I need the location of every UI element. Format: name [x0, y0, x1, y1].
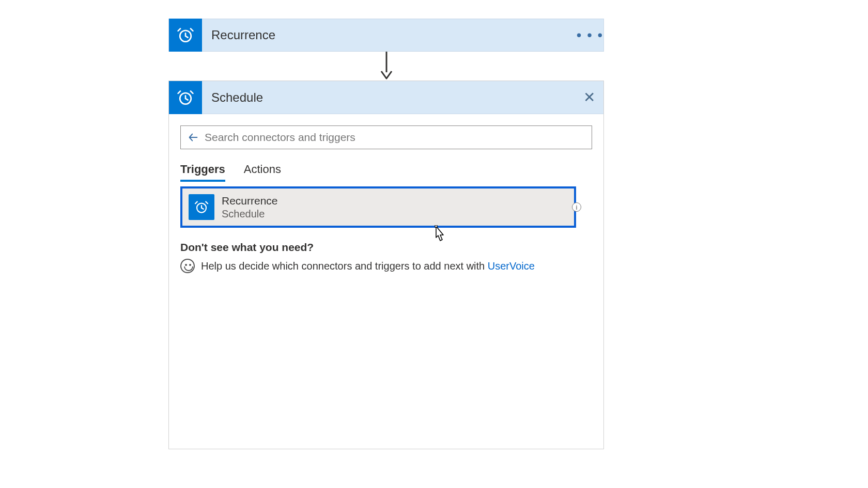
back-arrow-icon[interactable] [186, 130, 200, 145]
info-icon[interactable]: i [572, 202, 581, 212]
uservoice-link[interactable]: UserVoice [488, 260, 535, 272]
help-text: Help us decide which connectors and trig… [201, 260, 535, 272]
connector-panel: Schedule ✕ Triggers Actions [168, 81, 604, 449]
tab-triggers[interactable]: Triggers [180, 159, 225, 181]
more-menu-button[interactable]: • • • [577, 27, 603, 43]
smile-icon [180, 259, 195, 273]
flow-connector-arrow [168, 52, 604, 81]
close-button[interactable]: ✕ [583, 90, 595, 105]
help-heading: Don't see what you need? [180, 241, 592, 254]
clock-icon [169, 81, 202, 114]
step-card-recurrence[interactable]: Recurrence • • • [168, 19, 604, 52]
result-subtitle: Schedule [222, 208, 278, 220]
result-title: Recurrence [222, 194, 278, 207]
panel-header: Schedule ✕ [169, 81, 603, 114]
result-text: Recurrence Schedule [222, 194, 278, 219]
panel-title: Schedule [211, 90, 603, 105]
step-title: Recurrence [211, 28, 577, 42]
help-block: Don't see what you need? Help us decide … [180, 241, 592, 449]
tab-bar: Triggers Actions [180, 159, 592, 181]
trigger-result-recurrence[interactable]: Recurrence Schedule i [180, 186, 576, 228]
help-text-prefix: Help us decide which connectors and trig… [201, 260, 488, 272]
search-box[interactable] [180, 125, 592, 149]
tab-actions[interactable]: Actions [244, 159, 281, 181]
clock-icon [189, 194, 214, 220]
clock-icon [169, 19, 202, 52]
search-input[interactable] [205, 131, 586, 144]
